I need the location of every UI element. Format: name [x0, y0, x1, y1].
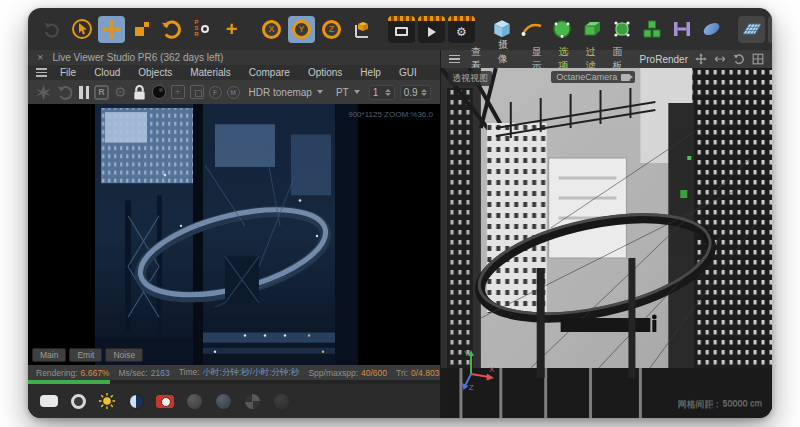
channel-noise-button[interactable]: Noise — [105, 348, 143, 362]
material-picker-icon[interactable]: M — [227, 82, 240, 102]
subdivision-surface-icon[interactable] — [608, 16, 635, 43]
vp-menu-prorender[interactable]: ProRender — [633, 54, 695, 65]
clapper-glyph — [395, 27, 408, 36]
menu-materials[interactable]: Materials — [181, 67, 240, 78]
refresh-glyph — [57, 84, 74, 101]
lock-glyph — [132, 84, 147, 101]
octane-logo-icon[interactable] — [35, 82, 52, 102]
render-picture-viewer-icon[interactable] — [418, 16, 445, 43]
toggle-view-icon[interactable] — [752, 53, 764, 65]
axis-gizmo: Y X Z — [451, 344, 497, 392]
status-label: Rendering: — [36, 368, 78, 378]
scale-tool-icon[interactable] — [128, 16, 155, 43]
tonemap-dropdown[interactable]: HDR tonemap — [245, 85, 327, 100]
viewer-settings-icon[interactable]: ⚙ — [114, 82, 127, 102]
lock-resolution-icon[interactable] — [132, 82, 147, 102]
sky-ellipse-glyph — [702, 21, 722, 38]
channel-tabs: Main Emit Noise — [32, 348, 143, 362]
coord-system-icon[interactable] — [348, 16, 375, 43]
chevron-down-icon — [317, 90, 323, 94]
render-settings-icon[interactable]: ⚙ — [448, 16, 475, 43]
add-point-icon[interactable]: + — [218, 16, 245, 43]
camera-badge-icon — [621, 74, 630, 81]
octane-objects-palette — [28, 384, 440, 418]
daylight-icon[interactable] — [96, 390, 118, 412]
grid-spacing-label: 网格间距 : 50000 cm — [677, 398, 762, 411]
axis-y-label: Y — [464, 349, 470, 358]
status-value: 6.667% — [81, 368, 110, 378]
render-canvas[interactable]: 900*1125 ZOOM:%36.0 Main Emit Noise — [28, 104, 440, 365]
octane-camera-badge[interactable]: OctaneCamera — [551, 71, 635, 83]
faint-sphere-icon[interactable] — [270, 390, 292, 412]
environment-icon[interactable] — [698, 16, 725, 43]
restart-render-icon[interactable] — [57, 82, 74, 102]
z-axis-lock-icon[interactable]: Z — [318, 16, 345, 43]
hdri-environment-icon[interactable] — [38, 390, 60, 412]
menu-gui[interactable]: GUI — [390, 67, 426, 78]
viewport-panel: 查看 摄像机 显示 选项 过滤 面板 ProRender — [440, 50, 772, 418]
menu-compare[interactable]: Compare — [240, 67, 299, 78]
psr-tool-icon[interactable]: PSR — [188, 16, 215, 43]
content-area: × Live Viewer Studio PR6 (362 days left)… — [28, 50, 772, 418]
field-gamma[interactable]: 0.9 — [400, 85, 431, 100]
menu-cloud[interactable]: Cloud — [85, 67, 129, 78]
viewport-canvas[interactable]: 透视视图 OctaneCamera Y X Z 网格 — [441, 68, 772, 418]
live-viewer-toolbar: R ⚙ + — [28, 80, 440, 104]
extrude-icon[interactable] — [578, 16, 605, 43]
cloner-icon[interactable] — [638, 16, 665, 43]
menu-file[interactable]: File — [51, 67, 85, 78]
stepper-icon[interactable] — [421, 89, 427, 96]
axis-z-label: Z — [469, 383, 474, 392]
deformer-glyph — [672, 19, 692, 39]
menu-options[interactable]: Options — [299, 67, 351, 78]
close-icon[interactable]: × — [37, 52, 43, 63]
channel-main-button[interactable]: Main — [32, 348, 66, 362]
region-render-icon[interactable]: R — [94, 82, 109, 102]
live-selection-icon[interactable] — [68, 16, 95, 43]
pause-render-icon[interactable] — [79, 82, 89, 102]
hamburger-icon[interactable] — [36, 68, 47, 77]
cube-glyph — [491, 18, 513, 40]
plus-glyph: + — [226, 19, 238, 39]
menu-objects[interactable]: Objects — [129, 67, 181, 78]
square-plus-glyph: + — [171, 85, 185, 99]
camera-icon[interactable] — [768, 16, 772, 43]
floor-icon[interactable] — [738, 16, 765, 43]
clay-mode-icon[interactable] — [152, 82, 166, 102]
focus-picker-icon[interactable]: F — [209, 82, 222, 102]
texture-environment-icon[interactable] — [67, 390, 89, 412]
field-one-value: 1 — [373, 87, 379, 98]
rotate-view-icon[interactable] — [733, 53, 745, 65]
rotate-tool-icon[interactable] — [158, 16, 185, 43]
dark-sphere-glyph — [152, 85, 166, 99]
blue-sphere-icon[interactable] — [212, 390, 234, 412]
field-one[interactable]: 1 — [369, 85, 395, 100]
y-axis-lock-icon[interactable]: Y — [288, 16, 315, 43]
pen-glyph — [521, 18, 543, 40]
hamburger-icon[interactable] — [449, 55, 460, 64]
checker-sphere-icon[interactable] — [241, 390, 263, 412]
render-view-icon[interactable] — [388, 16, 415, 43]
deformer-icon[interactable] — [668, 16, 695, 43]
gray-sphere-icon[interactable] — [183, 390, 205, 412]
kernel-dropdown[interactable]: PT — [332, 85, 364, 100]
stepper-icon[interactable] — [385, 89, 391, 96]
x-axis-lock-icon[interactable]: X — [258, 16, 285, 43]
octane-camera-icon[interactable] — [154, 390, 176, 412]
pause-glyph — [79, 86, 89, 99]
undo-icon[interactable] — [38, 16, 65, 43]
sub-window-icon[interactable] — [190, 82, 204, 102]
channel-emit-button[interactable]: Emit — [69, 348, 102, 362]
subdivision-sphere-icon[interactable] — [548, 16, 575, 43]
live-viewer-menubar: File Cloud Objects Materials Compare Opt… — [28, 65, 440, 80]
pan-view-icon[interactable] — [695, 53, 707, 65]
pick-region-icon[interactable]: + — [171, 82, 185, 102]
menu-help[interactable]: Help — [351, 67, 390, 78]
dolly-view-icon[interactable] — [714, 53, 726, 65]
gear-glyph: ⚙ — [114, 85, 127, 99]
mix-sky-icon[interactable] — [125, 390, 147, 412]
psr-circle-glyph — [201, 25, 209, 33]
sphere-glyph — [216, 394, 231, 409]
half-sphere-glyph — [129, 394, 144, 409]
move-tool-icon[interactable] — [98, 16, 125, 43]
